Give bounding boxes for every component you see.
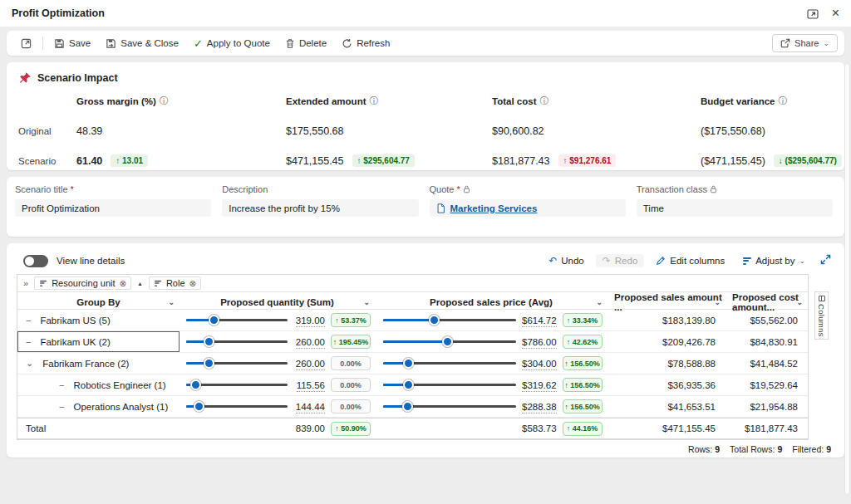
column-header-proposed-cost-amount[interactable]: Proposed cost amount...⌄ xyxy=(726,292,808,312)
rows-label: Rows: xyxy=(688,444,712,454)
dismiss-icon[interactable]: ⊗ xyxy=(189,279,196,288)
sales-price-slider[interactable] xyxy=(383,358,516,369)
group-chip-role[interactable]: Role ⊗ xyxy=(149,276,201,290)
chevron-down-icon: ⌄ xyxy=(168,299,175,306)
save-close-icon xyxy=(106,38,116,49)
quantity-value[interactable]: 319.00 xyxy=(296,316,325,327)
redo-button[interactable]: ↷Redo xyxy=(596,254,645,267)
scenario-title-input[interactable]: Profit Optimization xyxy=(15,199,211,217)
quantity-value[interactable]: 144.44 xyxy=(296,402,325,413)
table-row[interactable]: −Fabrikam UK (2) 260.00 ↑ 195.45% $786.0… xyxy=(17,331,808,353)
chevron-down-icon: ⌄ xyxy=(714,299,721,306)
apply-to-quote-button[interactable]: ✓ Apply to Quote xyxy=(186,33,278,53)
popout-button[interactable] xyxy=(13,33,39,53)
original-value: $90,600.82 xyxy=(492,118,701,144)
save-button[interactable]: Save xyxy=(47,33,98,53)
total-price-badge: ↑ 44.16% xyxy=(563,422,603,436)
sales-price-value[interactable]: $319.62 xyxy=(522,380,557,392)
expand-row-icon[interactable]: ⌄ xyxy=(26,358,33,369)
table-row[interactable]: ⌄Fabrikam France (2) 260.00 0.00% $304.0… xyxy=(17,353,808,374)
chevron-down-icon: ⌄ xyxy=(823,40,829,47)
expand-diagonal-icon xyxy=(820,254,831,265)
window-titlebar: Profit Optimization × xyxy=(0,0,851,27)
rows-count: 9 xyxy=(715,444,720,454)
change-badge: ↓ ($295,604.77) xyxy=(774,154,842,167)
quantity-value[interactable]: 115.56 xyxy=(297,380,325,392)
metric-header: Total costⓘ xyxy=(492,91,701,112)
group-row-label: Fabrikam UK (2) xyxy=(40,337,110,347)
group-chip-resourcing-unit[interactable]: Resourcing unit ⊗ xyxy=(34,276,131,290)
table-row[interactable]: −Robotics Engineer (1) 115.56 0.00% $319… xyxy=(17,374,808,396)
price-change-badge: ↑ 156.50% xyxy=(563,378,603,392)
info-icon[interactable]: ⓘ xyxy=(539,95,548,107)
info-icon[interactable]: ⓘ xyxy=(778,95,787,107)
field-scenario-title: Scenario title* Profit Optimization xyxy=(15,183,211,217)
sales-price-slider[interactable] xyxy=(383,315,516,325)
info-icon[interactable]: ⓘ xyxy=(160,95,169,107)
quantity-slider[interactable] xyxy=(186,379,288,390)
refresh-button[interactable]: Refresh xyxy=(334,33,397,53)
transaction-class-input[interactable]: Time xyxy=(637,199,833,217)
view-line-details-toggle[interactable] xyxy=(23,255,48,267)
table-row[interactable]: −Fabrikam US (5) 319.00 ↑ 53.37% $614.72… xyxy=(17,310,808,331)
sort-ascending-icon[interactable]: ▲ xyxy=(137,281,143,286)
price-change-badge: ↑ 33.34% xyxy=(563,313,603,327)
column-header-proposed-sales-price[interactable]: Proposed sales price (Avg)⌄ xyxy=(375,292,608,312)
collapse-groups-icon[interactable]: » xyxy=(23,278,28,288)
dismiss-icon[interactable]: ⊗ xyxy=(120,279,126,288)
columns-tab-label: Columns xyxy=(817,304,826,337)
quantity-value[interactable]: 260.00 xyxy=(296,359,325,370)
metric-header: Budget varianceⓘ xyxy=(701,91,833,112)
delete-button[interactable]: Delete xyxy=(278,33,334,53)
filtered-label: Filtered: xyxy=(792,444,824,454)
adjust-by-button[interactable]: Adjust by ⌄ xyxy=(736,254,812,267)
page-scrollbar[interactable] xyxy=(844,63,850,495)
collapse-row-icon[interactable]: − xyxy=(59,402,64,412)
column-header-proposed-sales-amount[interactable]: Proposed sales amount ...⌄ xyxy=(608,292,726,312)
adjust-by-icon xyxy=(743,256,751,266)
selected-cell[interactable]: −Fabrikam UK (2) xyxy=(17,331,180,352)
table-row[interactable]: −Operations Analyst (1) 144.44 0.00% $28… xyxy=(17,396,808,418)
undo-button[interactable]: ↶Undo xyxy=(542,254,591,267)
columns-flyout-tab[interactable]: Columns xyxy=(814,291,829,340)
share-button[interactable]: Share ⌄ xyxy=(772,34,838,52)
refresh-icon xyxy=(342,38,352,49)
filtered-count: 9 xyxy=(826,444,831,454)
sales-price-value[interactable]: $614.72 xyxy=(522,316,557,327)
toolbar-divider xyxy=(42,37,43,50)
sales-price-value[interactable]: $304.00 xyxy=(522,359,557,370)
sales-price-value[interactable]: $786.00 xyxy=(522,337,557,349)
quantity-change-badge: ↑ 53.37% xyxy=(331,313,371,327)
quantity-slider[interactable] xyxy=(186,315,288,325)
column-header-proposed-quantity[interactable]: Proposed quantity (Sum)⌄ xyxy=(180,292,375,312)
share-label: Share xyxy=(794,38,819,48)
focus-mode-icon[interactable] xyxy=(807,8,819,19)
save-close-button[interactable]: Save & Close xyxy=(98,33,186,53)
metric-header: Extended amountⓘ xyxy=(286,91,492,112)
quantity-slider[interactable] xyxy=(186,358,288,369)
sales-price-value[interactable]: $288.38 xyxy=(522,402,557,413)
quantity-slider[interactable] xyxy=(186,336,288,347)
collapse-row-icon[interactable]: − xyxy=(59,380,64,390)
cost-amount-value: $21,954.88 xyxy=(726,396,808,417)
required-asterisk: * xyxy=(456,184,460,194)
total-label: Total xyxy=(26,423,46,433)
sales-price-slider[interactable] xyxy=(383,379,516,390)
metric-header: Gross margin (%)ⓘ xyxy=(76,91,286,112)
description-input[interactable]: Increase the profit by 15% xyxy=(222,199,418,217)
info-icon[interactable]: ⓘ xyxy=(369,95,378,107)
expand-grid-button[interactable] xyxy=(817,252,834,269)
command-bar: Save Save & Close ✓ Apply to Quote Delet… xyxy=(7,31,844,56)
sales-price-slider[interactable] xyxy=(383,336,516,347)
collapse-row-icon[interactable]: − xyxy=(26,337,31,347)
grouping-bar: » Resourcing unit ⊗ ▲ Role ⊗ xyxy=(17,275,808,292)
quote-link[interactable]: Marketing Services xyxy=(450,203,538,213)
total-cost-amount: $181,877.43 xyxy=(726,418,808,438)
collapse-row-icon[interactable]: − xyxy=(26,316,31,325)
quantity-value[interactable]: 260.00 xyxy=(296,337,325,349)
edit-columns-button[interactable]: Edit columns xyxy=(649,254,731,267)
close-icon[interactable]: × xyxy=(832,6,839,21)
quantity-slider[interactable] xyxy=(186,401,288,412)
document-icon xyxy=(436,203,445,213)
sales-price-slider[interactable] xyxy=(383,401,516,412)
